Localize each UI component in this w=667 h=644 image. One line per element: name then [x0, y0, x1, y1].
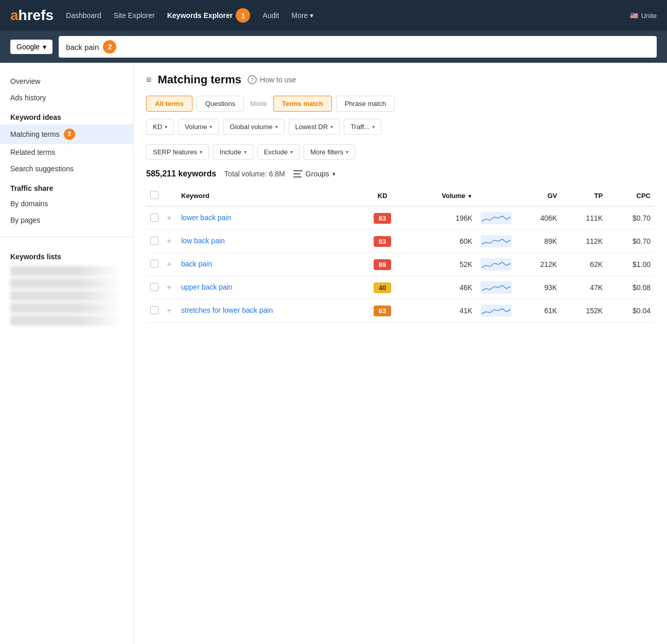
row-trend-cell — [477, 206, 516, 230]
col-cpc[interactable]: CPC — [607, 186, 655, 206]
filter-tabs-row: All terms Questions Mode Terms match Phr… — [146, 96, 655, 112]
row-add-cell: + — [163, 230, 177, 253]
sidebar-item-matching-terms[interactable]: Matching terms 3 — [0, 124, 133, 144]
add-keyword-icon[interactable]: + — [167, 237, 171, 245]
search-value: back pain — [66, 43, 99, 51]
keyword-link[interactable]: lower back pain — [181, 213, 231, 222]
keyword-link[interactable]: low back pain — [181, 237, 225, 245]
sidebar-item-overview[interactable]: Overview — [0, 73, 133, 90]
add-keyword-icon[interactable]: + — [167, 283, 171, 292]
row-tp-cell: 152K — [561, 299, 607, 323]
row-checkbox-cell — [146, 253, 163, 276]
row-keyword-cell: lower back pain — [177, 206, 359, 230]
logo[interactable]: ahrefs — [10, 7, 54, 24]
table-row: + stretches for lower back pain 63 41K 6… — [146, 299, 655, 323]
svg-rect-5 — [481, 258, 512, 271]
row-keyword-cell: low back pain — [177, 230, 359, 253]
col-checkbox — [146, 186, 163, 206]
row-add-cell: + — [163, 276, 177, 299]
row-checkbox[interactable] — [150, 306, 159, 314]
mode-label: Mode — [248, 100, 269, 108]
row-checkbox[interactable] — [150, 283, 159, 291]
col-tp[interactable]: TP — [561, 186, 607, 206]
groups-button[interactable]: Groups ▾ — [293, 170, 336, 178]
nav-site-explorer[interactable]: Site Explorer — [114, 11, 155, 20]
nav-dashboard[interactable]: Dashboard — [66, 11, 101, 20]
nav-audit[interactable]: Audit — [262, 11, 279, 20]
col-add — [163, 186, 177, 206]
col-gv[interactable]: GV — [516, 186, 561, 206]
nav-more[interactable]: More ▾ — [291, 11, 313, 20]
filter-more[interactable]: More filters ▾ — [304, 144, 355, 160]
row-gv-cell: 89K — [516, 230, 561, 253]
country-selector[interactable]: 🇺🇸 Unite — [630, 12, 657, 20]
svg-rect-4 — [481, 235, 512, 247]
select-all-checkbox[interactable] — [150, 191, 159, 199]
row-kd-cell: 83 — [359, 230, 406, 253]
filter-more-label: More filters — [310, 148, 343, 156]
nav-keywords-explorer[interactable]: Keywords Explorer — [167, 11, 233, 20]
trend-sparkline — [481, 281, 512, 294]
row-tp-cell: 112K — [561, 230, 607, 253]
row-checkbox[interactable] — [150, 237, 159, 245]
add-keyword-icon[interactable]: + — [167, 306, 171, 315]
col-kd[interactable]: KD — [359, 186, 406, 206]
filter-include[interactable]: Include ▾ — [213, 144, 253, 160]
row-cpc-cell: $0.04 — [607, 299, 655, 323]
row-volume-cell: 52K — [406, 253, 476, 276]
sidebar-item-by-domains[interactable]: By domains — [0, 195, 133, 212]
filter-kd-label: KD — [153, 123, 162, 131]
svg-rect-3 — [481, 212, 512, 224]
row-cpc-cell: $1.00 — [607, 253, 655, 276]
tab-terms-match[interactable]: Terms match — [273, 96, 332, 112]
row-checkbox-cell — [146, 276, 163, 299]
kd-badge: 88 — [374, 259, 391, 270]
row-volume-cell: 41K — [406, 299, 476, 323]
row-tp-cell: 47K — [561, 276, 607, 299]
search-engine-selector[interactable]: Google ▾ — [10, 40, 52, 54]
sidebar-blurred-3 — [10, 291, 123, 301]
row-volume-cell: 46K — [406, 276, 476, 299]
total-volume: Total volume: 6.8M — [224, 170, 285, 178]
sidebar-item-search-suggestions[interactable]: Search suggestions — [0, 160, 133, 177]
filter-volume[interactable]: Volume ▾ — [178, 119, 219, 135]
chevron-down-icon: ▾ — [165, 124, 167, 130]
filter-global-volume[interactable]: Global volume ▾ — [223, 119, 284, 135]
filter-traffic[interactable]: Traff... ▾ — [344, 119, 381, 135]
tab-phrase-match[interactable]: Phrase match — [336, 96, 395, 112]
row-checkbox[interactable] — [150, 260, 159, 268]
row-checkbox[interactable] — [150, 213, 159, 222]
sidebar-blurred-2 — [10, 278, 123, 289]
row-gv-cell: 93K — [516, 276, 561, 299]
tab-all-terms[interactable]: All terms — [146, 96, 192, 112]
hamburger-icon[interactable]: ≡ — [146, 75, 152, 85]
chevron-down-icon: ▾ — [209, 124, 212, 130]
filter-serp-features[interactable]: SERP features ▾ — [146, 144, 209, 160]
kd-badge: 83 — [374, 236, 391, 247]
keyword-count: 585,211 keywords — [146, 169, 216, 178]
keyword-link[interactable]: upper back pain — [181, 283, 233, 291]
svg-rect-7 — [481, 305, 512, 317]
table-row: + low back pain 83 60K 89K 112K $0.70 — [146, 230, 655, 253]
filter-lowest-dr[interactable]: Lowest DR ▾ — [289, 119, 340, 135]
filter-exclude[interactable]: Exclude ▾ — [257, 144, 300, 160]
add-keyword-icon[interactable]: + — [167, 213, 171, 222]
row-trend-cell — [477, 230, 516, 253]
sidebar-item-ads-history[interactable]: Ads history — [0, 90, 133, 106]
filter-kd[interactable]: KD ▾ — [146, 119, 174, 135]
col-keyword[interactable]: Keyword — [177, 186, 359, 206]
sidebar-item-related-terms[interactable]: Related terms — [0, 144, 133, 160]
groups-icon — [293, 170, 303, 177]
how-to-use-btn[interactable]: ? How to use — [248, 75, 296, 84]
add-keyword-icon[interactable]: + — [167, 260, 171, 269]
col-volume[interactable]: Volume ▼ — [406, 186, 476, 206]
main-content: ≡ Matching terms ? How to use All terms … — [134, 63, 667, 644]
kd-badge: 83 — [374, 213, 391, 224]
sidebar-section-keywords-lists: Keywords lists — [0, 245, 133, 264]
sidebar-item-by-pages[interactable]: By pages — [0, 212, 133, 228]
keyword-link[interactable]: back pain — [181, 260, 212, 268]
row-volume-cell: 60K — [406, 230, 476, 253]
table-summary-row: 585,211 keywords Total volume: 6.8M Grou… — [146, 169, 655, 178]
keyword-link[interactable]: stretches for lower back pain — [181, 306, 273, 314]
tab-questions[interactable]: Questions — [197, 96, 244, 112]
